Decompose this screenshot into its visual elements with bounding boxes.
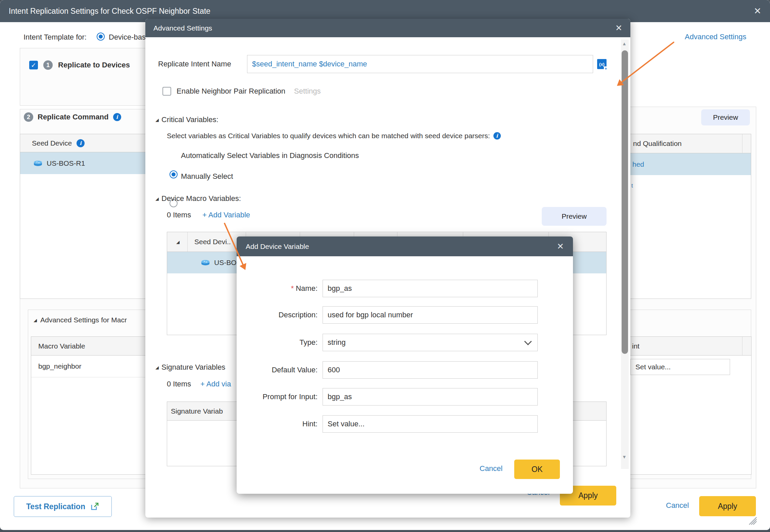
critical-variables-heading: Critical Variables: [161,115,219,124]
signature-table-header: Signature Variab [167,407,223,415]
description-field-input[interactable] [323,306,538,324]
type-select[interactable]: string [323,334,538,351]
check-icon: ✓ [31,61,36,69]
enable-neighbor-pair-checkbox[interactable] [162,87,171,96]
signature-variables-heading: Signature Variables [161,363,225,372]
seed-device-info-icon[interactable]: i [77,139,85,147]
router-icon [33,160,43,167]
replicate-intent-name-label: Replicate Intent Name [158,55,231,73]
macro-items-count: 0 Items [167,211,191,219]
formula-icon[interactable]: (x) + [597,59,607,69]
advanced-modal-title: Advanced Settings [153,24,212,32]
type-field-label: Type: [250,334,318,351]
external-link-icon [90,502,99,511]
modal-scrollbar[interactable]: ▲ ▼ [621,40,629,469]
add-modal-cancel-button[interactable]: Cancel [472,464,511,473]
auto-select-radio[interactable] [170,170,178,178]
collapse-icon[interactable]: ◢ [155,197,159,201]
add-modal-title: Add Device Variable [246,243,309,251]
advanced-settings-link[interactable]: Advanced Settings [685,33,746,41]
auto-select-label: Automatically Select Variables in Diagno… [181,151,359,160]
add-modal-header: Add Device Variable ✕ [237,236,573,256]
advanced-modal-close-icon[interactable]: ✕ [615,24,622,32]
test-replication-button[interactable]: Test Replication [14,496,112,517]
step2-label: Replicate Command [38,113,109,121]
window-close-icon[interactable]: ✕ [754,7,761,16]
macro-preview-button[interactable]: Preview [542,207,607,226]
replicate-intent-name-input[interactable] [247,55,593,73]
collapse-icon[interactable]: ◢ [34,318,37,322]
scrollbar-thumb[interactable] [622,50,628,354]
macro-panel-title: Advanced Settings for Macr [40,316,127,324]
window-title: Intent Replication Settings for Check OS… [9,7,210,16]
step2-badge: 2 [24,112,33,122]
resize-grip[interactable] [746,517,757,527]
replicate-to-devices-checkbox[interactable]: ✓ [29,61,38,69]
critical-variables-info-icon[interactable]: i [493,132,501,140]
signature-items-count: 0 Items [167,380,191,388]
neighbor-pair-settings-link: Settings [294,87,321,96]
table-collapse-icon[interactable]: ◢ [176,240,180,244]
seed-device-column-header: Seed Device [32,139,72,147]
chevron-down-icon [524,338,532,345]
device-macro-variables-heading: Device Macro Variables: [161,194,241,203]
critical-variables-description: Select variables as Critical Variables t… [167,132,490,140]
step1-label: Replicate to Devices [58,61,130,69]
annotation-arrow-add-variable [218,218,252,275]
advanced-modal-header: Advanced Settings ✕ [145,19,630,37]
main-cancel-button[interactable]: Cancel [666,501,689,510]
description-field-label: Description: [250,306,318,324]
ok-button-label: OK [531,465,542,474]
add-modal-ok-button[interactable]: OK [514,460,560,479]
type-select-value: string [328,338,346,347]
add-device-variable-modal: Add Device Variable ✕ * Name: Descriptio… [237,236,573,494]
name-field-label: * Name: [250,280,318,297]
prompt-for-input-field-label: Prompt for Input: [250,388,318,406]
prompt-for-input-field-input[interactable] [323,388,538,406]
advanced-apply-label: Apply [578,491,598,500]
step1-badge: 1 [43,60,53,70]
macro-variable-name: bgp_neighbor [38,362,81,370]
replicate-command-info-icon[interactable]: i [113,113,121,121]
default-value-field-label: Default Value: [250,361,318,379]
enable-neighbor-pair-label: Enable Neighbor Pair Replication [177,87,285,96]
hint-field-label: Hint: [250,415,318,433]
macro-preview-label: Preview [562,212,587,220]
router-icon [201,259,210,266]
collapse-icon[interactable]: ◢ [155,365,159,370]
intent-template-label: Intent Template for: [23,32,87,42]
macro-variable-column-header: Macro Variable [38,342,85,350]
annotation-arrow-advanced-settings [610,37,680,94]
collapse-icon[interactable]: ◢ [155,118,159,122]
hint-field-input[interactable] [323,415,538,433]
required-asterisk: * [291,284,294,293]
main-apply-button[interactable]: Apply [699,496,756,516]
add-modal-close-icon[interactable]: ✕ [557,242,564,251]
scroll-down-icon[interactable]: ▼ [622,454,627,460]
signature-add-link[interactable]: + Add via [200,380,241,388]
intent-template-radio-device-based[interactable] [97,33,105,41]
name-field-input[interactable] [323,280,538,297]
intent-template-option-label: Device-bas [109,32,146,42]
formula-plus-badge: + [604,66,608,71]
intent-replication-window: Intent Replication Settings for Check OS… [0,0,770,530]
test-replication-label: Test Replication [26,502,85,511]
default-value-field-input[interactable] [323,361,538,379]
main-apply-label: Apply [718,502,737,511]
seed-device-name: US-BOS-R1 [47,159,85,167]
hint-value-input[interactable] [630,359,730,375]
manually-select-label: Manually Select [181,172,233,181]
qualification-preview-button[interactable]: Preview [701,109,750,125]
preview-button-label: Preview [713,113,738,121]
